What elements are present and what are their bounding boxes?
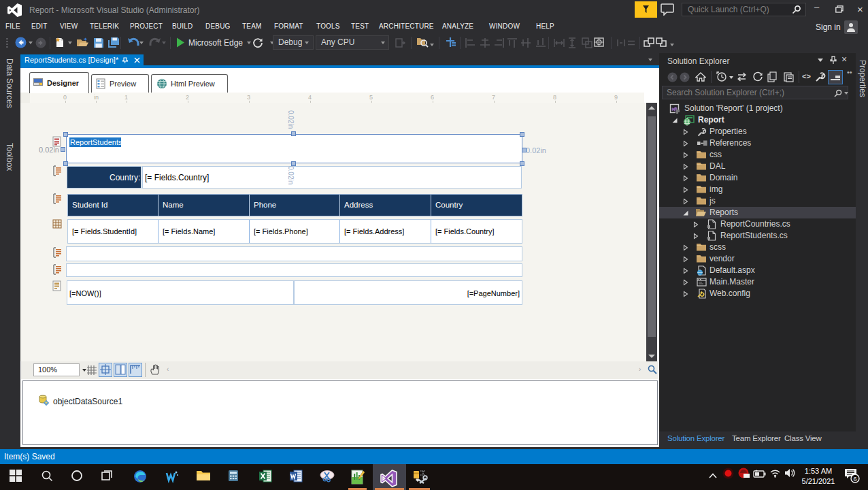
svg-text:6: 6 (853, 476, 856, 483)
